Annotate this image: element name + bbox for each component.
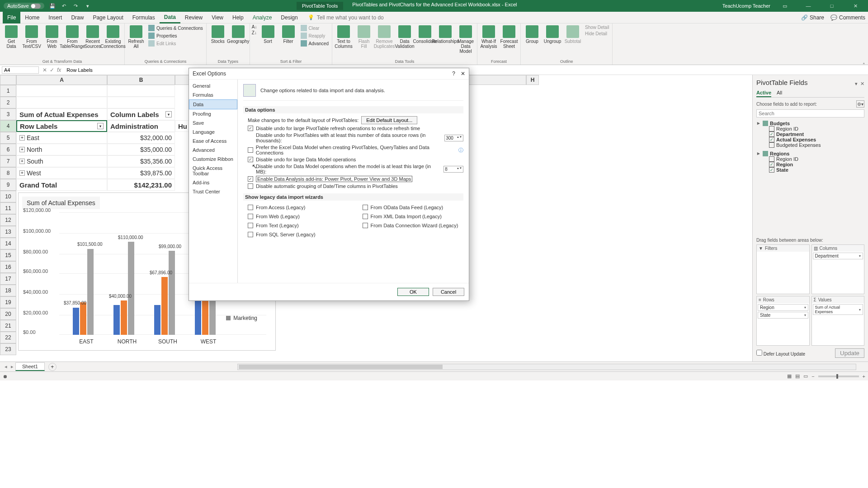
expand-icon[interactable]: + <box>19 147 25 152</box>
sheet-nav-prev-icon[interactable]: ◂ <box>3 364 9 370</box>
legacy-text-checkbox[interactable] <box>248 223 253 228</box>
prefer-data-model-checkbox[interactable] <box>248 147 253 153</box>
dialog-close-icon[interactable]: ✕ <box>461 70 465 77</box>
defer-update-checkbox[interactable]: Defer Layout Update <box>756 350 805 357</box>
reapply-button[interactable]: Reapply <box>299 32 330 39</box>
area-item-department[interactable]: Department▾ <box>813 253 863 259</box>
fields-tab-all[interactable]: All <box>777 89 782 97</box>
close-icon[interactable]: ✕ <box>846 0 864 12</box>
pivot-row-labels-cell[interactable]: Row Labels▾ <box>16 120 107 132</box>
share-button[interactable]: 🔗 Share <box>801 14 824 21</box>
pivot-data-field-label[interactable]: Sum of Actual Expenses <box>16 108 107 120</box>
area-item-state[interactable]: State▾ <box>758 312 808 319</box>
pivot-value[interactable]: $35,000.00 <box>107 144 175 155</box>
row-header[interactable]: 20 <box>0 308 16 320</box>
from-web-button[interactable]: From Web <box>42 24 61 50</box>
fields-tab-active[interactable]: Active <box>756 89 771 97</box>
table-regions[interactable]: ▸Regions <box>756 150 864 156</box>
stocks-button[interactable]: Stocks <box>208 24 227 45</box>
nav-quick-access[interactable]: Quick Access Toolbar <box>189 164 237 178</box>
field-region-id-2[interactable]: Region ID <box>756 156 864 162</box>
view-page-break-icon[interactable]: ▭ <box>803 373 808 379</box>
horizontal-scrollbar[interactable] <box>237 364 856 370</box>
row-header[interactable]: 13 <box>0 226 16 238</box>
legacy-odata-checkbox[interactable] <box>363 205 368 210</box>
field-budgeted-expenses[interactable]: Budgeted Expenses <box>756 142 864 148</box>
nav-trust-center[interactable]: Trust Center <box>189 187 237 196</box>
legacy-connection-wizard-checkbox[interactable] <box>363 223 368 228</box>
manage-model-button[interactable]: Manage Data Model <box>456 24 475 55</box>
ribbon-options-icon[interactable]: ▭ <box>776 0 794 12</box>
pivot-row[interactable]: +East <box>16 132 107 144</box>
row-header[interactable]: 18 <box>0 285 16 296</box>
legacy-access-checkbox[interactable] <box>248 205 253 210</box>
minimize-icon[interactable]: — <box>799 0 817 12</box>
disable-undo-pivot-checkbox[interactable] <box>248 126 253 131</box>
row-header[interactable]: 22 <box>0 332 16 343</box>
expand-icon[interactable]: + <box>19 135 25 141</box>
dialog-help-icon[interactable]: ? <box>452 70 455 77</box>
comments-button[interactable]: 💬 Comments <box>830 14 865 21</box>
field-actual-expenses[interactable]: Actual Expenses <box>756 137 864 142</box>
whatif-button[interactable]: What-If Analysis <box>479 24 498 50</box>
area-item-region[interactable]: Region▾ <box>758 304 808 311</box>
nav-formulas[interactable]: Formulas <box>189 90 237 99</box>
sort-desc-icon[interactable]: Z↓ <box>252 30 257 35</box>
data-validation-button[interactable]: Data Validation <box>395 24 414 50</box>
nav-data[interactable]: Data <box>189 99 237 109</box>
expand-icon[interactable]: + <box>19 159 25 164</box>
field-department[interactable]: Department <box>756 131 864 137</box>
table-budgets[interactable]: ▸Budgets <box>756 120 864 126</box>
pivot-grand-total-value[interactable]: $142,231.00 <box>107 179 175 191</box>
tab-design[interactable]: Design <box>276 12 302 23</box>
tab-analyze[interactable]: Analyze <box>248 12 277 23</box>
clear-filter-button[interactable]: Clear <box>299 24 330 32</box>
sort-button[interactable]: Sort <box>259 24 278 45</box>
refresh-all-button[interactable]: Refresh All <box>127 24 146 50</box>
sheet-nav-next-icon[interactable]: ▸ <box>9 364 15 370</box>
queries-connections-button[interactable]: Queries & Connections <box>147 24 204 32</box>
pivot-column-labels[interactable]: Column Labels▾ <box>107 108 175 120</box>
view-page-layout-icon[interactable]: ▤ <box>795 373 800 379</box>
row-header[interactable]: 14 <box>0 238 16 249</box>
row-header[interactable]: 16 <box>0 261 16 273</box>
macro-record-icon[interactable]: ⏺ <box>3 374 8 379</box>
nav-language[interactable]: Language <box>189 127 237 136</box>
save-icon[interactable]: 💾 <box>49 2 56 9</box>
pane-options-icon[interactable]: ▾ <box>855 81 858 87</box>
cancel-button[interactable]: Cancel <box>433 288 464 296</box>
get-data-button[interactable]: Get Data <box>2 24 21 50</box>
redo-icon[interactable]: ↷ <box>72 2 80 9</box>
enable-analysis-addins-checkbox[interactable] <box>248 176 253 182</box>
legacy-web-checkbox[interactable] <box>248 214 253 219</box>
tell-me-search[interactable]: 💡 <box>308 14 407 21</box>
tab-help[interactable]: Help <box>228 12 248 23</box>
nav-addins[interactable]: Add-ins <box>189 178 237 187</box>
tab-page-layout[interactable]: Page Layout <box>88 12 127 23</box>
existing-connections-button[interactable]: Existing Connections <box>104 24 123 50</box>
tab-draw[interactable]: Draw <box>66 12 88 23</box>
row-header[interactable]: 7 <box>0 155 16 167</box>
tab-home[interactable]: Home <box>20 12 44 23</box>
column-filter-icon[interactable]: ▾ <box>165 111 172 117</box>
tab-view[interactable]: View <box>207 12 228 23</box>
row-header[interactable]: 8 <box>0 167 16 179</box>
row-header[interactable]: 17 <box>0 273 16 285</box>
ungroup-button[interactable]: Ungroup <box>543 24 562 45</box>
row-header[interactable]: 23 <box>0 343 16 355</box>
row-header[interactable]: 19 <box>0 296 16 308</box>
tab-insert[interactable]: Insert <box>44 12 66 23</box>
fields-search-input[interactable] <box>756 109 864 117</box>
text-to-columns-button[interactable]: Text to Columns <box>334 24 353 50</box>
tab-data[interactable]: Data <box>160 12 180 23</box>
pivot-row[interactable]: +South <box>16 155 107 167</box>
select-all-corner[interactable] <box>0 75 16 85</box>
fields-settings-icon[interactable]: ⚙▾ <box>856 100 864 108</box>
nav-advanced[interactable]: Advanced <box>189 145 237 155</box>
nav-proofing[interactable]: Proofing <box>189 109 237 118</box>
view-normal-icon[interactable]: ▦ <box>787 373 792 379</box>
column-header-h[interactable]: H <box>526 75 539 85</box>
filter-button[interactable]: Filter <box>279 24 298 45</box>
disable-date-grouping-checkbox[interactable] <box>248 183 253 189</box>
row-header[interactable]: 1 <box>0 85 16 97</box>
